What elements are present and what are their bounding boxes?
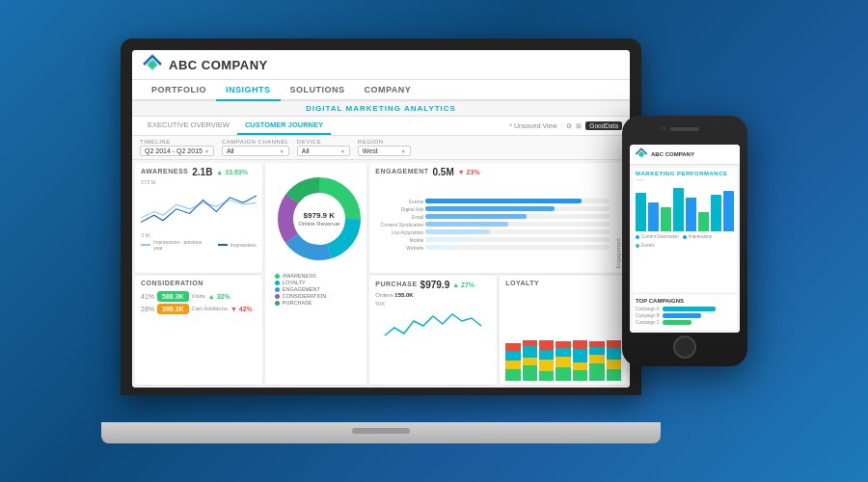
nav-portfolio[interactable]: PORTFOLIO bbox=[142, 80, 216, 101]
awareness-chart: 273 M 3 M Impressions - previous year bbox=[141, 179, 257, 269]
phone-bar-6 bbox=[711, 195, 721, 231]
phone-bar-0 bbox=[636, 193, 646, 231]
consideration-title: CONSIDERATION bbox=[141, 280, 257, 286]
expand-icon[interactable]: ⊞ bbox=[576, 122, 582, 130]
loyalty-seg bbox=[505, 343, 520, 351]
bar-email-track bbox=[425, 214, 610, 219]
bar-digital-fill bbox=[425, 206, 554, 211]
bar-content: Content Syndication bbox=[375, 222, 610, 228]
nav-company[interactable]: COMPANY bbox=[355, 80, 421, 101]
consideration-trend1: ▲ 32% bbox=[208, 293, 231, 300]
filter-device-select[interactable]: All bbox=[297, 146, 350, 156]
bar-digital-label: Digital Ads bbox=[375, 206, 423, 212]
nav-insights[interactable]: INSIGHTS bbox=[216, 80, 281, 101]
loyalty-seg bbox=[505, 361, 520, 369]
phone-campaign-bar-1 bbox=[663, 313, 701, 318]
dashboard-header: ABC COMPANY bbox=[132, 50, 630, 80]
tab-executive[interactable]: EXECUTIVE OVERVIEW bbox=[140, 117, 237, 135]
loyalty-bar-2 bbox=[539, 340, 554, 381]
purchase-card: PURCHASE $979.9 ▲ 27% Orders 155.0K 50K bbox=[369, 276, 497, 386]
loyalty-seg bbox=[589, 347, 604, 355]
phone-company-name: ABC COMPANY bbox=[651, 151, 694, 157]
consideration-label1: Visits bbox=[192, 293, 205, 299]
phone-legend-label-1: Impressions bbox=[689, 234, 712, 239]
filter-timeline-select[interactable]: Q2 2014 - Q2 2015 bbox=[140, 146, 214, 156]
loyalty-bar-0 bbox=[505, 343, 520, 381]
purchase-orders-label: Orders bbox=[375, 292, 393, 298]
bar-list: List Acquisition bbox=[375, 229, 610, 235]
bar-mobile-track bbox=[425, 237, 610, 242]
nav-solutions[interactable]: SOLUTIONS bbox=[281, 80, 355, 101]
phone-bars bbox=[636, 183, 734, 231]
bar-list-track bbox=[425, 229, 610, 234]
phone-home-button[interactable] bbox=[673, 335, 696, 359]
engagement-value: 0.5M bbox=[432, 167, 453, 177]
filter-channel-label: CAMPAIGN CHANNEL bbox=[222, 139, 289, 145]
loyalty-seg bbox=[539, 371, 554, 381]
loyalty-seg bbox=[607, 369, 621, 381]
tab-journey[interactable]: CUSTOMER JOURNEY bbox=[237, 117, 331, 135]
bar-mobile-label: Mobile bbox=[375, 237, 423, 243]
company-name: ABC COMPANY bbox=[169, 58, 268, 72]
gooddata-badge: GoodData bbox=[585, 121, 622, 130]
loyalty-bar-6 bbox=[607, 340, 621, 381]
loyalty-title: LOYALTY bbox=[505, 280, 621, 286]
phone-device: ABC COMPANY MARKETING PERFORMANCE Sales bbox=[622, 116, 747, 366]
laptop-screen: ABC COMPANY PORTFOLIO INSIGHTS SOLUTIONS… bbox=[132, 50, 630, 388]
bar-email: Email bbox=[375, 214, 610, 220]
loyalty-seg bbox=[505, 369, 520, 381]
legend-awareness: AWARENESS bbox=[275, 273, 357, 279]
filter-region: REGION West bbox=[358, 139, 411, 156]
bar-website-fill bbox=[425, 245, 453, 250]
phone-campaign-1: Campaign B bbox=[636, 313, 734, 318]
loyalty-seg bbox=[523, 358, 537, 365]
phone-legend-1: Impressions bbox=[683, 234, 712, 239]
engagement-content: Events Digital Ads bbox=[375, 180, 621, 269]
settings-icon[interactable]: ⚙ bbox=[566, 122, 572, 130]
phone-legend-0: Current Destination bbox=[636, 234, 679, 239]
svg-point-7 bbox=[639, 152, 643, 156]
bar-mobile: Mobile bbox=[375, 237, 610, 243]
phone-legend-dot-0 bbox=[636, 235, 639, 239]
phone-bar-5 bbox=[698, 212, 709, 231]
phone-campaign-label-1: Campaign B bbox=[636, 313, 660, 318]
loyalty-seg bbox=[505, 351, 520, 361]
loyalty-chart bbox=[505, 290, 621, 382]
loyalty-seg bbox=[556, 367, 570, 381]
sub-tabs: EXECUTIVE OVERVIEW CUSTOMER JOURNEY * Un… bbox=[132, 117, 630, 136]
phone-campaign-label-2: Campaign C bbox=[636, 320, 660, 325]
loyalty-seg bbox=[573, 370, 587, 381]
consideration-badge2: 399.1K bbox=[157, 304, 189, 314]
phone-bar-4 bbox=[686, 198, 696, 231]
phone-header: ABC COMPANY bbox=[630, 145, 740, 165]
engagement-axis-label: Engagement bbox=[615, 180, 621, 269]
filter-channel-select[interactable]: All bbox=[222, 146, 289, 156]
phone-bezel: ABC COMPANY MARKETING PERFORMANCE Sales bbox=[622, 116, 747, 366]
engagement-bars: Events Digital Ads bbox=[375, 180, 610, 269]
bar-events-label: Events bbox=[375, 199, 423, 204]
unsaved-view-label: * Unsaved View bbox=[509, 122, 556, 129]
loyalty-seg bbox=[589, 355, 604, 363]
loyalty-card: LOYALTY bbox=[500, 276, 627, 386]
purchase-trend: ▲ 27% bbox=[452, 281, 475, 288]
consideration-pct2: 28% bbox=[141, 306, 154, 312]
donut-chart: $979.9 K Online Revenue bbox=[271, 171, 366, 267]
laptop-device: ABC COMPANY PORTFOLIO INSIGHTS SOLUTIONS… bbox=[121, 39, 661, 443]
engagement-trend: ▼ 23% bbox=[458, 169, 480, 175]
filter-region-label: REGION bbox=[358, 139, 411, 145]
awareness-value: 2.1B bbox=[192, 167, 212, 177]
svg-point-0 bbox=[149, 62, 155, 67]
phone-logo bbox=[635, 147, 648, 161]
filter-region-select[interactable]: West bbox=[358, 146, 411, 156]
phone-campaign-2: Campaign C bbox=[636, 320, 734, 325]
bar-content-track bbox=[425, 222, 610, 227]
engagement-title: ENGAGEMENT bbox=[375, 168, 428, 174]
filter-device-label: DEVICE bbox=[297, 139, 350, 145]
awareness-trend: ▲ 33.63% bbox=[216, 169, 248, 175]
phone-bar-3 bbox=[673, 188, 684, 231]
bar-events: Events bbox=[375, 199, 610, 204]
loyalty-seg bbox=[539, 340, 554, 350]
company-logo bbox=[142, 54, 163, 75]
loyalty-seg bbox=[523, 346, 537, 358]
purchase-chart: 50K bbox=[375, 301, 491, 382]
